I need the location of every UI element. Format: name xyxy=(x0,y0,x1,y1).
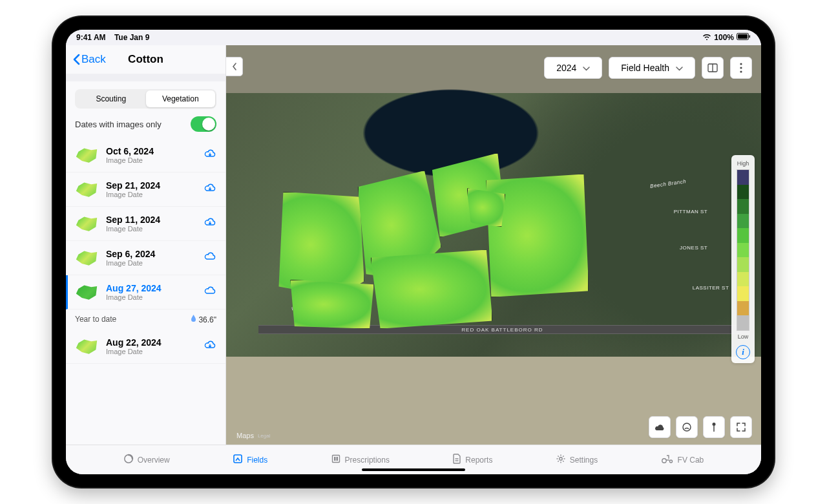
svg-rect-13 xyxy=(332,456,339,463)
svg-rect-14 xyxy=(334,457,336,461)
legend-info-button[interactable]: i xyxy=(736,345,750,359)
tab-fvcab[interactable]: FV Cab xyxy=(661,454,704,465)
date-item[interactable]: Sep 21, 2024 Image Date xyxy=(66,173,225,207)
date-item[interactable]: Oct 6, 2024 Image Date xyxy=(66,138,225,173)
svg-point-5 xyxy=(740,63,742,65)
date-list[interactable]: Oct 6, 2024 Image Date Sep 21, 2024 xyxy=(66,138,225,445)
layer-dropdown[interactable]: Field Health xyxy=(609,57,695,79)
tractor-icon xyxy=(661,454,674,465)
legend-scale xyxy=(737,169,749,331)
battery-icon xyxy=(737,33,751,42)
maps-label: Maps xyxy=(236,432,254,439)
tab-prescriptions[interactable]: Prescriptions xyxy=(331,454,390,466)
download-icon[interactable] xyxy=(204,251,216,264)
battery-percent: 100% xyxy=(714,33,734,42)
download-icon[interactable] xyxy=(204,183,216,196)
date-sublabel: Image Date xyxy=(106,191,196,198)
divider xyxy=(66,74,225,81)
date-sublabel: Image Date xyxy=(106,156,196,164)
download-icon[interactable] xyxy=(204,149,216,162)
field-health-overlay xyxy=(275,153,596,329)
tab-reports[interactable]: Reports xyxy=(452,454,492,466)
tab-overview[interactable]: Overview xyxy=(123,454,170,466)
field-thumbnail xyxy=(75,338,98,355)
prescriptions-icon xyxy=(331,454,341,466)
home-indicator[interactable] xyxy=(362,468,465,471)
date-label: Aug 22, 2024 xyxy=(106,337,196,348)
color-legend: High Low i xyxy=(731,155,755,363)
segmented-control: Scouting Vegetation xyxy=(75,89,216,109)
svg-rect-1 xyxy=(738,34,748,39)
field-thumbnail xyxy=(75,215,98,232)
svg-point-8 xyxy=(683,423,691,431)
legend-high: High xyxy=(737,160,749,167)
chevron-down-icon xyxy=(676,63,683,73)
tab-vegetation[interactable]: Vegetation xyxy=(146,90,216,107)
raindrop-icon xyxy=(191,315,196,324)
year-to-date-row: Year to date 36.6" xyxy=(66,310,225,330)
download-icon[interactable] xyxy=(204,286,216,299)
split-view-button[interactable] xyxy=(702,57,724,79)
field-thumbnail xyxy=(75,147,98,163)
layer-value: Field Health xyxy=(621,63,669,73)
page-title: Cotton xyxy=(128,53,163,66)
more-menu-button[interactable] xyxy=(730,57,752,79)
toggle-label: Dates with images only xyxy=(75,120,162,129)
clouds-button[interactable] xyxy=(649,416,671,438)
tab-label: Overview xyxy=(138,456,170,465)
back-label: Back xyxy=(81,53,106,66)
tab-fields[interactable]: Fields xyxy=(233,454,267,466)
ytd-value: 36.6" xyxy=(198,315,216,324)
map-view[interactable]: RED OAK BATTLEBORO RD RED OAK-BATTLEBORO… xyxy=(226,45,761,445)
tab-settings[interactable]: Settings xyxy=(556,454,598,466)
overview-icon xyxy=(123,454,134,466)
svg-point-18 xyxy=(560,457,562,460)
date-item[interactable]: Sep 11, 2024 Image Date xyxy=(66,207,225,241)
date-item[interactable]: Sep 6, 2024 Image Date xyxy=(66,241,225,275)
annotation-button[interactable] xyxy=(676,416,698,438)
status-bar: 9:41 AM Tue Jan 9 100% xyxy=(66,30,761,45)
field-thumbnail xyxy=(75,181,98,198)
collapse-sidebar-button[interactable] xyxy=(226,57,243,76)
reports-icon xyxy=(452,454,461,466)
svg-point-19 xyxy=(662,459,665,463)
svg-rect-2 xyxy=(749,36,751,38)
tab-label: Fields xyxy=(247,456,267,465)
field-thumbnail xyxy=(75,284,98,300)
wifi-icon xyxy=(702,33,711,42)
download-icon[interactable] xyxy=(204,217,216,230)
date-sublabel: Image Date xyxy=(106,259,196,267)
date-label: Sep 6, 2024 xyxy=(106,249,196,259)
legend-low: Low xyxy=(738,333,749,340)
download-icon[interactable] xyxy=(204,340,216,353)
pin-button[interactable] xyxy=(703,416,725,438)
date-label: Oct 6, 2024 xyxy=(106,146,196,156)
ipad-frame: 9:41 AM Tue Jan 9 100% xyxy=(53,17,774,487)
svg-point-6 xyxy=(740,67,742,68)
status-date: Tue Jan 9 xyxy=(114,33,149,42)
maps-attribution: Maps Legal xyxy=(233,432,270,439)
legal-link[interactable]: Legal xyxy=(258,433,271,439)
date-item[interactable]: Aug 22, 2024 Image Date xyxy=(66,330,225,364)
back-button[interactable]: Back xyxy=(72,53,106,66)
svg-point-7 xyxy=(740,70,742,72)
tab-scouting[interactable]: Scouting xyxy=(76,90,146,107)
street-label: PITTMAN ST xyxy=(674,209,708,215)
svg-point-9 xyxy=(713,423,716,426)
images-only-toggle[interactable] xyxy=(191,116,216,132)
tab-label: Prescriptions xyxy=(345,456,390,465)
date-item-selected[interactable]: Aug 27, 2024 Image Date xyxy=(66,275,225,310)
sidebar: Back Cotton Scouting Vegetation Dates wi… xyxy=(66,45,226,445)
year-dropdown[interactable]: 2024 xyxy=(544,57,602,79)
tab-label: Settings xyxy=(570,456,598,465)
chevron-down-icon xyxy=(583,63,590,73)
street-label: JONES ST xyxy=(680,245,707,251)
fields-icon xyxy=(233,454,243,466)
status-time: 9:41 AM xyxy=(76,33,106,42)
fullscreen-button[interactable] xyxy=(730,416,752,438)
tab-label: FV Cab xyxy=(678,456,704,465)
year-value: 2024 xyxy=(556,63,576,73)
date-label: Sep 21, 2024 xyxy=(106,180,196,191)
date-label: Sep 11, 2024 xyxy=(106,215,196,225)
date-sublabel: Image Date xyxy=(106,225,196,233)
